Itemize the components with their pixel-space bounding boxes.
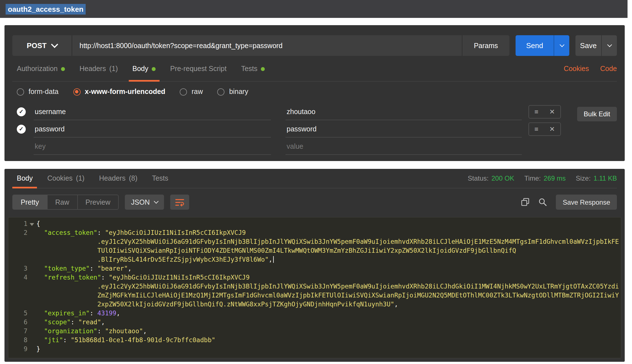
drag-handle-icon[interactable]: ≡ (534, 126, 538, 132)
body-mode-raw[interactable]: raw (180, 88, 203, 96)
tab-count: (1) (76, 174, 85, 182)
line-number: 8 (8, 336, 27, 345)
save-response-button[interactable]: Save Response (556, 195, 617, 210)
body-mode-label: raw (192, 88, 203, 96)
tab-headers[interactable]: Headers (1) (72, 56, 125, 81)
tab-label: Body (132, 65, 148, 73)
radio-icon (180, 88, 187, 95)
line-number (8, 247, 27, 256)
remove-row-icon[interactable]: ✕ (549, 108, 555, 115)
url-field-wrap (72, 35, 462, 56)
tab-body[interactable]: Body (125, 56, 163, 81)
code-token: "zhoutaoo" (105, 328, 143, 335)
value-cell (285, 120, 522, 138)
body-mode-x-www-form-urlencoded[interactable]: x-www-form-urlencoded (73, 88, 165, 96)
tab-label: Cookies (47, 174, 72, 182)
row-enabled-checkbox[interactable]: ✓ (17, 107, 26, 116)
code-token: "expires_in" (44, 310, 90, 317)
status-label: Status: (468, 174, 489, 182)
code-text: 2xpZW50X2lkIjoidGVzdF9jbGllbnQifQ.zNtWWG… (36, 300, 621, 309)
search-response-button[interactable] (539, 198, 547, 206)
status-dot (261, 67, 265, 71)
key-input[interactable] (34, 108, 271, 120)
code-text: } (36, 345, 621, 354)
code-line: 2xpZW50X2lkIjoidGVzdF9jbGllbnQifQ.zNtWWG… (8, 300, 621, 309)
request-tab-bar: oauth2_access_token (0, 0, 628, 18)
value-input[interactable] (285, 125, 522, 137)
code-text: "scope": "read", (36, 318, 621, 327)
copy-response-button[interactable] (521, 198, 530, 206)
bulk-edit-button[interactable]: Bulk Edit (577, 107, 617, 121)
view-mode-pretty[interactable]: Pretty (13, 195, 47, 209)
code-token: "eyJhbGciOiJIUzI1NiIsInR5cCI6IkpXVCJ9 (105, 229, 246, 237)
tab-response-tests[interactable]: Tests (145, 169, 175, 188)
code-token: : (97, 328, 105, 335)
tab-response-body[interactable]: Body (12, 169, 40, 188)
row-actions: ≡ ✕ (528, 105, 561, 118)
tab-tests[interactable]: Tests (234, 56, 272, 81)
time-label: Time: (524, 174, 541, 182)
code-text: "token_type": "bearer", (36, 264, 621, 273)
fold-spacer (27, 247, 36, 256)
fold-toggle-icon[interactable] (27, 220, 36, 229)
time-meta: Time: 269 ms (524, 174, 566, 182)
method-selector[interactable]: POST (12, 35, 72, 56)
drag-handle-icon[interactable]: ≡ (534, 108, 538, 115)
request-tab-title[interactable]: oauth2_access_token (6, 4, 86, 14)
code-token: , (143, 328, 147, 335)
fold-spacer (27, 300, 36, 309)
value-cell (285, 138, 522, 155)
send-dropdown-button[interactable] (554, 35, 569, 56)
body-mode-label: x-www-form-urlencoded (85, 88, 165, 96)
send-button[interactable]: Send (516, 35, 554, 56)
cookies-link[interactable]: Cookies (564, 65, 589, 73)
url-input[interactable] (72, 35, 462, 56)
value-input[interactable] (285, 143, 522, 154)
tab-authorization[interactable]: Authorization (12, 56, 72, 81)
code-token: : (63, 337, 71, 344)
code-token: "scope" (44, 319, 71, 326)
status-meta: Status: 200 OK (468, 174, 514, 182)
code-token: "51b868d1-0ce1-4fb8-901d-9c7bffc0adbb" (71, 337, 215, 344)
row-checkbox-wrap: ✓ (17, 124, 34, 133)
code-token: : (71, 319, 78, 326)
code-link[interactable]: Code (600, 65, 617, 73)
remove-row-icon[interactable]: ✕ (549, 126, 555, 132)
value-input[interactable] (285, 108, 522, 120)
body-mode-binary[interactable]: binary (217, 88, 248, 96)
line-number: 3 (8, 264, 27, 273)
code-line: 7 "organization": "zhoutaoo", (8, 327, 621, 336)
key-input[interactable] (34, 125, 271, 137)
code-text: "expires_in": 43199, (36, 309, 621, 318)
response-toolbar: Pretty Raw Preview JSON (12, 195, 617, 210)
save-button[interactable]: Save (575, 35, 601, 56)
key-input[interactable] (34, 143, 271, 154)
tab-pre-request-script[interactable]: Pre-request Script (163, 56, 234, 81)
body-mode-form-data[interactable]: form-data (17, 88, 58, 96)
size-label: Size: (576, 174, 591, 182)
code-text: TUlOIiwiSVQiXSwianRpIjoiNTFiODY4ZDEtMGNl… (36, 247, 621, 256)
fold-spacer (27, 282, 36, 291)
view-mode-raw[interactable]: Raw (47, 195, 77, 209)
params-button[interactable]: Params (462, 35, 509, 56)
code-token: .eyJ1c2VyX25hbWUiOiJ6aG91dGFvbyIsInNjb3B… (36, 283, 619, 290)
code-token: .eyJ1c2VyX25hbWUiOiJ6aG91dGFvbyIsInNjb3B… (36, 238, 619, 245)
save-dropdown-button[interactable] (601, 35, 617, 56)
tab-response-headers[interactable]: Headers (8) (92, 169, 145, 188)
format-label: JSON (131, 198, 150, 206)
radio-icon (17, 88, 24, 95)
code-token: , (269, 256, 273, 263)
code-token: 2xpZW50X2lkIjoidGVzdF9jbGllbnQifQ.zNtWWG… (36, 301, 394, 308)
fold-spacer (27, 273, 36, 282)
line-number: 7 (8, 327, 27, 336)
fold-spacer (27, 309, 36, 318)
format-dropdown[interactable]: JSON (125, 195, 164, 210)
search-icon (539, 198, 547, 206)
line-number: 6 (8, 318, 27, 327)
response-body-viewer[interactable]: 1{2 "access_token": "eyJhbGciOiJIUzI1NiI… (8, 217, 621, 358)
wrap-lines-button[interactable] (170, 195, 189, 210)
view-mode-preview[interactable]: Preview (77, 195, 118, 209)
fold-spacer (27, 256, 36, 264)
tab-response-cookies[interactable]: Cookies (1) (40, 169, 92, 188)
row-enabled-checkbox[interactable]: ✓ (17, 124, 26, 133)
